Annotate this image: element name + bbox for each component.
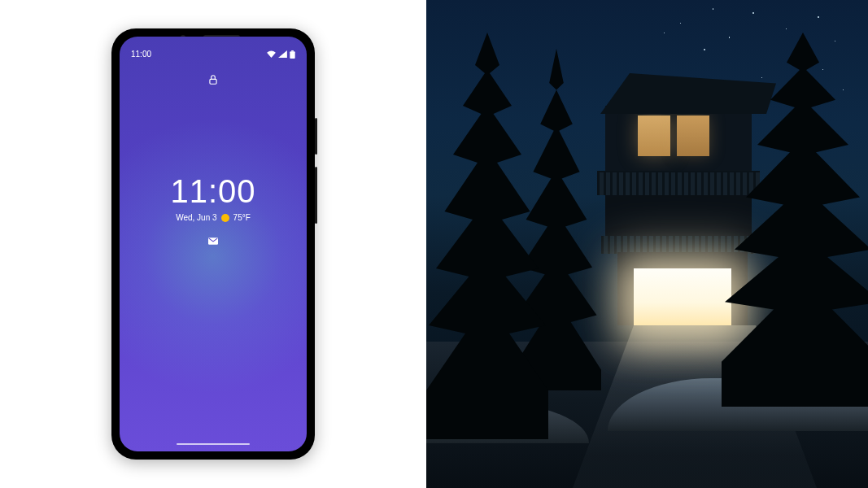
status-indicators [267, 50, 295, 59]
lock-icon [207, 74, 219, 89]
house [589, 73, 768, 325]
pine-tree-left [426, 33, 548, 439]
house-lower-railing [601, 236, 756, 254]
svg-rect-0 [291, 50, 294, 51]
lock-indicator [120, 74, 307, 89]
cellular-signal-icon [278, 50, 287, 58]
phone-device-frame: 11:00 11:0 [111, 28, 315, 460]
left-panel: 11:00 11:0 [0, 0, 426, 488]
wifi-icon [267, 50, 276, 58]
battery-icon [290, 50, 295, 59]
svg-rect-2 [210, 79, 216, 84]
house-roof [581, 73, 776, 114]
status-bar: 11:00 [120, 50, 307, 59]
lock-date: Wed, Jun 3 [176, 213, 216, 222]
power-button [315, 118, 317, 155]
svg-rect-1 [290, 51, 294, 59]
status-time: 11:00 [131, 50, 151, 59]
lock-temperature: 75°F [233, 213, 251, 222]
home-indicator[interactable] [177, 443, 250, 445]
night-house-image [426, 0, 868, 488]
wallpaper-glow [120, 118, 307, 394]
garage-door-lit [634, 268, 731, 325]
sun-icon [221, 214, 229, 222]
house-balcony-railing [597, 171, 760, 195]
notification-mail-icon[interactable] [208, 233, 218, 248]
pine-tree-middle [512, 49, 601, 390]
lock-clock: 11:00 [170, 173, 255, 210]
volume-buttons [315, 167, 317, 224]
lock-screen-info: 11:00 Wed, Jun 3 75°F [120, 173, 307, 248]
date-weather-row: Wed, Jun 3 75°F [176, 213, 251, 222]
lit-window-right [677, 115, 709, 156]
lit-window-left [638, 115, 670, 156]
phone-lock-screen[interactable]: 11:00 11:0 [120, 37, 307, 451]
